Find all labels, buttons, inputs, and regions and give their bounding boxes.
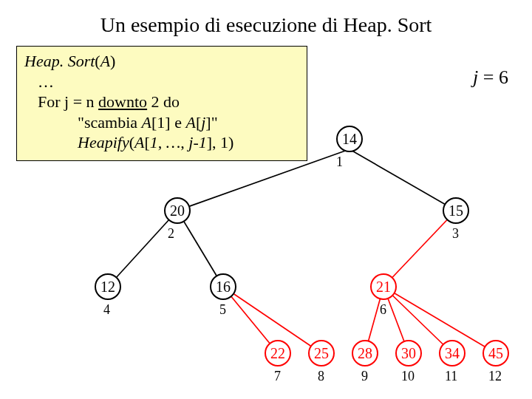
- svg-line-6: [223, 287, 321, 353]
- svg-line-7: [365, 287, 383, 353]
- svg-line-10: [383, 287, 496, 353]
- svg-line-9: [383, 287, 452, 353]
- svg-line-0: [177, 149, 349, 211]
- svg-line-1: [349, 149, 456, 211]
- svg-line-5: [223, 287, 278, 353]
- svg-line-2: [108, 211, 177, 287]
- svg-line-4: [383, 211, 456, 287]
- svg-line-3: [177, 211, 223, 287]
- svg-line-8: [383, 287, 409, 353]
- tree-edges: [0, 0, 532, 399]
